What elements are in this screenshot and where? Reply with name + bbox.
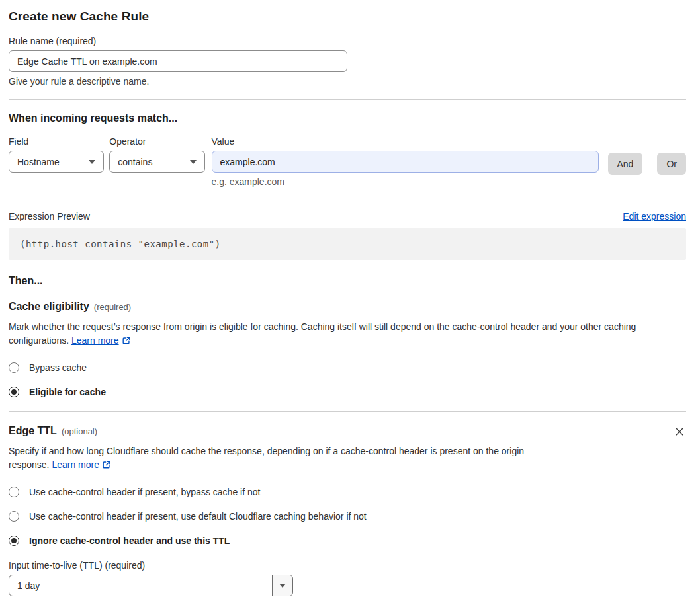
operator-select-value: contains (118, 157, 152, 167)
radio-unselected-icon[interactable] (9, 487, 19, 497)
edge-ttl-heading: Edge TTL (9, 425, 57, 437)
ttl-label: Input time-to-live (TTL) (required) (9, 560, 686, 571)
learn-more-link[interactable]: Learn more (71, 335, 119, 346)
field-label: Field (9, 136, 104, 147)
edit-expression-link[interactable]: Edit expression (623, 211, 686, 221)
field-select[interactable]: Hostname (9, 151, 104, 173)
match-section-heading: When incoming requests match... (9, 112, 686, 124)
cache-eligibility-heading: Cache eligibility (9, 301, 89, 313)
value-label: Value (212, 136, 599, 147)
cache-eligibility-qualifier: (required) (94, 302, 131, 312)
field-select-value: Hostname (17, 157, 60, 167)
operator-select[interactable]: contains (109, 151, 204, 173)
create-cache-rule-form: Create new Cache Rule Rule name (require… (9, 0, 686, 596)
divider (9, 411, 686, 412)
operator-label: Operator (109, 136, 204, 147)
rule-name-label: Rule name (required) (9, 36, 686, 46)
or-button[interactable]: Or (657, 153, 686, 175)
radio-selected-icon[interactable] (9, 387, 19, 397)
close-icon (674, 426, 685, 437)
edge-ttl-options: Use cache-control header if present, byp… (9, 487, 686, 546)
radio-label: Ignore cache-control header and use this… (29, 536, 230, 546)
value-helper: e.g. example.com (212, 177, 599, 187)
learn-more-label: Learn more (52, 459, 99, 470)
radio-option-bypass-cache[interactable]: Bypass cache (9, 362, 686, 373)
rule-name-input[interactable] (9, 50, 347, 72)
andor-buttons: And Or (608, 153, 686, 175)
expression-preview-header: Expression Preview Edit expression (9, 211, 686, 221)
radio-label: Use cache-control header if present, use… (29, 511, 367, 522)
radio-option-use-header-bypass[interactable]: Use cache-control header if present, byp… (9, 487, 686, 497)
radio-unselected-icon[interactable] (9, 362, 19, 373)
radio-option-ignore-header-use-ttl[interactable]: Ignore cache-control header and use this… (9, 536, 686, 546)
ttl-select-value: 1 day (9, 575, 272, 596)
chevron-down-icon (89, 160, 95, 164)
radio-label: Eligible for cache (29, 387, 106, 397)
ttl-select-button[interactable] (272, 575, 292, 596)
radio-label: Bypass cache (29, 362, 87, 373)
external-link-icon (122, 335, 131, 349)
edge-ttl-description: Specify if and how long Cloudflare shoul… (9, 444, 561, 473)
close-button[interactable] (673, 425, 686, 438)
rule-name-helper: Give your rule a descriptive name. (9, 76, 686, 87)
chevron-down-icon (190, 160, 197, 164)
radio-option-eligible-for-cache[interactable]: Eligible for cache (9, 387, 686, 397)
expression-preview-label: Expression Preview (9, 211, 90, 221)
ttl-select[interactable]: 1 day (9, 575, 293, 596)
divider (9, 99, 686, 100)
radio-selected-icon[interactable] (9, 536, 19, 546)
cache-eligibility-options: Bypass cache Eligible for cache (9, 362, 686, 397)
radio-option-use-header-default[interactable]: Use cache-control header if present, use… (9, 511, 686, 522)
learn-more-label: Learn more (71, 335, 119, 346)
and-button[interactable]: And (608, 153, 643, 175)
cache-eligibility-header: Cache eligibility (required) (9, 301, 686, 313)
radio-unselected-icon[interactable] (9, 511, 19, 522)
value-input[interactable] (212, 151, 599, 173)
radio-label: Use cache-control header if present, byp… (29, 487, 260, 497)
then-heading: Then... (9, 275, 686, 287)
chevron-down-icon (279, 584, 286, 588)
page-title: Create new Cache Rule (9, 9, 686, 24)
match-expression-row: Field Hostname Operator contains Value e… (9, 136, 686, 187)
learn-more-link[interactable]: Learn more (52, 459, 99, 470)
external-link-icon (102, 459, 111, 473)
edge-ttl-header: Edge TTL (optional) (9, 425, 686, 438)
expression-code: (http.host contains "example.com") (9, 228, 686, 260)
edge-ttl-qualifier: (optional) (62, 426, 97, 436)
cache-eligibility-description: Mark whether the request’s response from… (9, 320, 686, 349)
